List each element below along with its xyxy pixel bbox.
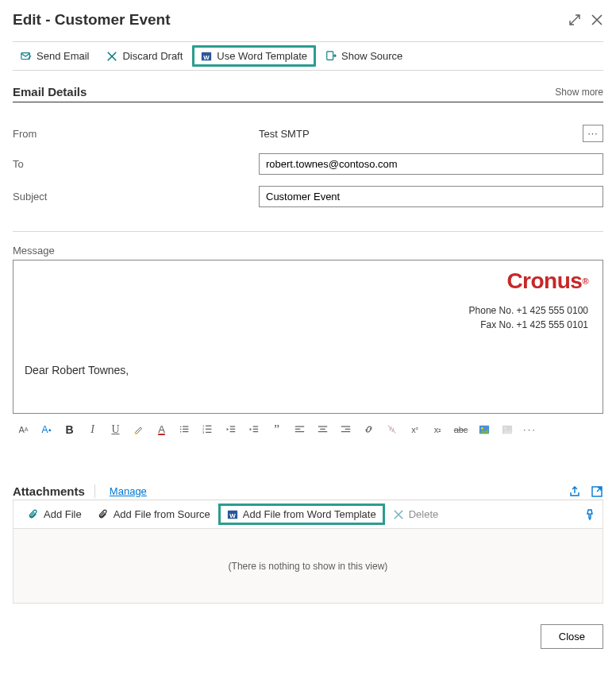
add-file-from-word-template-button[interactable]: W Add File from Word Template: [218, 504, 385, 525]
superscript-icon[interactable]: x²: [409, 423, 421, 435]
highlight-icon[interactable]: [133, 423, 144, 435]
svg-rect-11: [206, 426, 211, 426]
attachments-title: Attachments: [13, 484, 95, 498]
bullet-list-icon[interactable]: [179, 423, 191, 435]
phone-line: Phone No. +1 425 555 0100: [25, 303, 588, 318]
add-file-from-word-label: Add File from Word Template: [243, 508, 376, 520]
add-file-button[interactable]: Add File: [20, 504, 90, 525]
to-input[interactable]: [259, 153, 603, 175]
svg-text:W: W: [229, 511, 236, 519]
numbered-list-icon[interactable]: 123: [202, 423, 214, 435]
svg-rect-5: [183, 426, 188, 426]
show-source-label: Show Source: [341, 50, 402, 62]
subject-row: Subject: [13, 186, 603, 207]
expand-icon[interactable]: [568, 14, 581, 26]
dialog-header: Edit - Customer Event: [13, 11, 603, 29]
brand-logo-reg: ®: [582, 276, 588, 286]
from-row: From Test SMTP ···: [13, 125, 603, 142]
subject-input[interactable]: [259, 186, 603, 207]
unlink-icon[interactable]: [386, 423, 398, 435]
svg-point-6: [180, 429, 182, 430]
strikethrough-icon[interactable]: abc: [455, 423, 467, 435]
email-details-header: Email Details Show more: [13, 85, 603, 102]
delete-attachment-button[interactable]: Delete: [385, 504, 447, 525]
svg-rect-30: [341, 431, 350, 432]
from-value: Test SMTP: [259, 128, 578, 140]
font-color-icon[interactable]: A: [156, 423, 167, 435]
quote-icon[interactable]: ”: [271, 423, 283, 435]
more-options-icon[interactable]: ···: [524, 423, 536, 435]
svg-rect-20: [253, 429, 259, 430]
insert-image-icon[interactable]: [478, 423, 490, 435]
insert-image-disabled-icon[interactable]: [501, 423, 513, 435]
share-icon[interactable]: [568, 485, 581, 498]
bold-icon[interactable]: B: [64, 423, 75, 435]
indent-icon[interactable]: [248, 423, 260, 435]
word-template-icon: W: [201, 51, 212, 62]
fax-line: Fax No. +1 425 555 0101: [25, 318, 588, 332]
svg-rect-28: [341, 426, 350, 426]
underline-icon[interactable]: U: [110, 423, 121, 435]
discard-draft-button[interactable]: Discard Draft: [98, 45, 191, 67]
svg-rect-17: [230, 429, 236, 430]
svg-rect-18: [230, 431, 236, 432]
main-toolbar: Send Email Discard Draft W Use Word Temp…: [13, 41, 603, 71]
discard-icon: [106, 51, 117, 62]
from-label: From: [13, 128, 259, 140]
close-button[interactable]: Close: [541, 624, 603, 649]
send-email-label: Send Email: [37, 50, 89, 62]
use-word-template-button[interactable]: W Use Word Template: [192, 45, 316, 67]
svg-rect-27: [318, 431, 327, 432]
send-email-button[interactable]: Send Email: [13, 45, 97, 67]
svg-rect-13: [206, 429, 211, 430]
pin-icon[interactable]: [583, 508, 596, 521]
svg-rect-26: [320, 429, 325, 430]
attachments-toolbar: Add File Add File from Source W Add File…: [13, 500, 603, 529]
discard-draft-label: Discard Draft: [122, 50, 183, 62]
svg-rect-24: [295, 431, 304, 432]
show-source-icon: [325, 51, 337, 62]
from-value-wrap: Test SMTP ···: [259, 125, 603, 142]
close-icon[interactable]: [591, 14, 603, 26]
svg-rect-23: [295, 429, 301, 430]
divider: [13, 231, 603, 232]
svg-point-8: [180, 431, 182, 433]
subscript-icon[interactable]: x₂: [432, 423, 444, 435]
empty-message: (There is nothing to show in this view): [229, 561, 388, 572]
italic-icon[interactable]: I: [87, 423, 98, 435]
manage-link[interactable]: Manage: [110, 485, 147, 497]
from-ellipsis-button[interactable]: ···: [583, 125, 603, 142]
brand-logo: Cronus®: [25, 268, 588, 294]
outdent-icon[interactable]: [225, 423, 237, 435]
svg-rect-16: [230, 426, 236, 426]
svg-rect-9: [183, 431, 188, 432]
popout-icon[interactable]: [591, 485, 603, 498]
svg-rect-3: [327, 51, 333, 60]
email-details-title: Email Details: [13, 85, 87, 98]
to-row: To: [13, 153, 603, 175]
show-more-link[interactable]: Show more: [555, 87, 603, 98]
delete-label: Delete: [409, 508, 439, 520]
align-left-icon[interactable]: [294, 423, 306, 435]
dialog-footer: Close: [13, 624, 603, 649]
contact-block: Phone No. +1 425 555 0100 Fax No. +1 425…: [25, 303, 588, 332]
align-center-icon[interactable]: [317, 423, 329, 435]
svg-rect-22: [295, 426, 304, 426]
attachments-empty: (There is nothing to show in this view): [13, 529, 603, 604]
message-editor[interactable]: Cronus® Phone No. +1 425 555 0100 Fax No…: [13, 260, 603, 414]
header-controls: [568, 14, 603, 26]
svg-point-34: [504, 426, 506, 429]
dialog-title: Edit - Customer Event: [13, 11, 170, 29]
show-source-button[interactable]: Show Source: [318, 45, 410, 67]
align-right-icon[interactable]: [340, 423, 352, 435]
increase-font-icon[interactable]: A▴: [40, 423, 52, 435]
decrease-font-icon[interactable]: AA: [17, 423, 29, 435]
add-file-label: Add File: [44, 508, 82, 520]
add-file-from-source-button[interactable]: Add File from Source: [90, 504, 218, 525]
word-attach-icon: W: [227, 509, 238, 520]
link-icon[interactable]: [363, 423, 375, 435]
mail-send-icon: [21, 51, 32, 62]
attach-icon: [28, 509, 39, 520]
svg-rect-7: [183, 429, 188, 430]
svg-point-4: [180, 426, 182, 427]
